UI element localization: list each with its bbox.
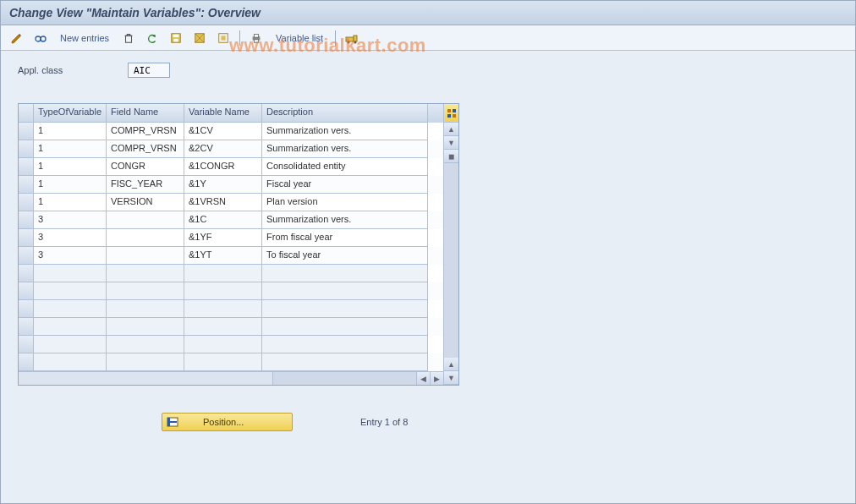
cell-field[interactable]: VERSION bbox=[107, 194, 184, 211]
table-row[interactable]: 1CONGR&1CONGRConsolidated entity bbox=[19, 158, 443, 176]
table-row[interactable] bbox=[19, 353, 443, 371]
row-selector[interactable] bbox=[19, 282, 34, 300]
table-row[interactable]: 1COMPR_VRSN&1CVSummarization vers. bbox=[19, 123, 443, 140]
table-row[interactable] bbox=[19, 336, 443, 353]
toggle-display-change-icon[interactable] bbox=[8, 29, 26, 47]
cell-type[interactable]: 3 bbox=[34, 247, 107, 265]
cell-var[interactable] bbox=[184, 336, 262, 353]
col-variable-name[interactable]: Variable Name bbox=[184, 104, 262, 123]
cell-type[interactable] bbox=[34, 336, 107, 353]
cell-type[interactable]: 3 bbox=[34, 229, 107, 247]
cell-type[interactable] bbox=[34, 318, 107, 336]
hscroll-track[interactable] bbox=[272, 372, 416, 385]
vscroll-track[interactable] bbox=[444, 163, 458, 358]
hscroll-left[interactable]: ◀ bbox=[416, 372, 430, 385]
row-selector[interactable] bbox=[19, 247, 34, 265]
deselect-all-icon[interactable] bbox=[214, 29, 233, 47]
cell-field[interactable] bbox=[107, 229, 184, 247]
cell-field[interactable]: COMPR_VRSN bbox=[107, 123, 184, 140]
cell-field[interactable] bbox=[107, 265, 184, 282]
row-selector[interactable] bbox=[19, 123, 34, 140]
cell-var[interactable] bbox=[184, 318, 262, 336]
table-settings-icon[interactable] bbox=[444, 104, 458, 123]
select-all-icon[interactable] bbox=[190, 29, 209, 47]
cell-type[interactable]: 1 bbox=[34, 158, 107, 176]
save-icon[interactable] bbox=[167, 29, 185, 47]
row-selector[interactable] bbox=[19, 176, 34, 194]
new-entries-button[interactable]: New entries bbox=[55, 33, 114, 43]
cell-var[interactable]: &1YF bbox=[184, 229, 262, 247]
row-selector[interactable] bbox=[19, 265, 34, 282]
cell-field[interactable] bbox=[107, 211, 184, 229]
table-row[interactable] bbox=[19, 318, 443, 336]
row-selector[interactable] bbox=[19, 353, 34, 371]
cell-type[interactable] bbox=[34, 353, 107, 371]
cell-field[interactable] bbox=[107, 353, 184, 371]
select-all-corner[interactable] bbox=[19, 104, 34, 123]
row-selector[interactable] bbox=[19, 300, 34, 318]
undo-icon[interactable] bbox=[143, 29, 162, 47]
table-row[interactable] bbox=[19, 282, 443, 300]
row-selector[interactable] bbox=[19, 318, 34, 336]
cell-field[interactable]: CONGR bbox=[107, 158, 184, 176]
table-row[interactable]: 3&1YTTo fiscal year bbox=[19, 247, 443, 265]
scroll-up[interactable]: ▲ bbox=[444, 123, 458, 136]
table-row[interactable]: 3&1CSummarization vers. bbox=[19, 211, 443, 229]
cell-type[interactable]: 1 bbox=[34, 194, 107, 211]
cell-field[interactable] bbox=[107, 300, 184, 318]
table-row[interactable]: 1VERSION&1VRSNPlan version bbox=[19, 194, 443, 211]
cell-desc[interactable]: Fiscal year bbox=[262, 176, 428, 194]
cell-var[interactable]: &1Y bbox=[184, 176, 262, 194]
cell-desc[interactable]: Summarization vers. bbox=[262, 123, 428, 140]
cell-field[interactable] bbox=[107, 247, 184, 265]
row-selector[interactable] bbox=[19, 194, 34, 211]
table-row[interactable]: 3&1YFFrom fiscal year bbox=[19, 229, 443, 247]
col-description[interactable]: Description bbox=[262, 104, 428, 123]
cell-var[interactable] bbox=[184, 300, 262, 318]
cell-type[interactable]: 1 bbox=[34, 176, 107, 194]
cell-field[interactable]: COMPR_VRSN bbox=[107, 140, 184, 158]
cell-desc[interactable] bbox=[262, 318, 428, 336]
cell-desc[interactable] bbox=[262, 336, 428, 353]
print-icon[interactable] bbox=[247, 29, 266, 47]
cell-var[interactable]: &1CONGR bbox=[184, 158, 262, 176]
cell-desc[interactable]: Summarization vers. bbox=[262, 211, 428, 229]
cell-type[interactable]: 1 bbox=[34, 140, 107, 158]
cell-type[interactable]: 3 bbox=[34, 211, 107, 229]
cell-type[interactable]: 1 bbox=[34, 123, 107, 140]
cell-desc[interactable]: Summarization vers. bbox=[262, 140, 428, 158]
cell-var[interactable]: &1CV bbox=[184, 123, 262, 140]
row-selector[interactable] bbox=[19, 158, 34, 176]
row-selector[interactable] bbox=[19, 336, 34, 353]
hscroll-right[interactable]: ▶ bbox=[430, 372, 443, 385]
cell-type[interactable] bbox=[34, 282, 107, 300]
cell-type[interactable] bbox=[34, 265, 107, 282]
cell-field[interactable] bbox=[107, 282, 184, 300]
row-selector[interactable] bbox=[19, 211, 34, 229]
table-row[interactable]: 1COMPR_VRSN&2CVSummarization vers. bbox=[19, 140, 443, 158]
cell-desc[interactable] bbox=[262, 353, 428, 371]
variable-list-button[interactable]: Variable list bbox=[271, 33, 328, 43]
delete-icon[interactable] bbox=[119, 29, 138, 47]
col-field-name[interactable]: Field Name bbox=[107, 104, 184, 123]
cell-desc[interactable]: Consolidated entity bbox=[262, 158, 428, 176]
scroll-down[interactable]: ▼ bbox=[444, 136, 458, 150]
cell-desc[interactable]: To fiscal year bbox=[262, 247, 428, 265]
table-row[interactable]: 1FISC_YEAR&1YFiscal year bbox=[19, 176, 443, 194]
cell-desc[interactable] bbox=[262, 265, 428, 282]
scroll-up-2[interactable]: ▲ bbox=[444, 358, 458, 371]
scroll-page[interactable]: ◼ bbox=[444, 150, 458, 163]
cell-var[interactable] bbox=[184, 282, 262, 300]
transport-icon[interactable] bbox=[343, 29, 361, 47]
cell-desc[interactable]: Plan version bbox=[262, 194, 428, 211]
cell-desc[interactable] bbox=[262, 300, 428, 318]
table-row[interactable] bbox=[19, 265, 443, 282]
appl-class-input[interactable] bbox=[128, 63, 170, 78]
position-button[interactable]: Position... bbox=[162, 413, 293, 431]
col-type[interactable]: TypeOfVariable bbox=[34, 104, 107, 123]
cell-var[interactable] bbox=[184, 265, 262, 282]
glasses-find-icon[interactable] bbox=[31, 29, 50, 47]
scroll-down-2[interactable]: ▼ bbox=[444, 371, 458, 385]
cell-field[interactable] bbox=[107, 318, 184, 336]
cell-field[interactable]: FISC_YEAR bbox=[107, 176, 184, 194]
